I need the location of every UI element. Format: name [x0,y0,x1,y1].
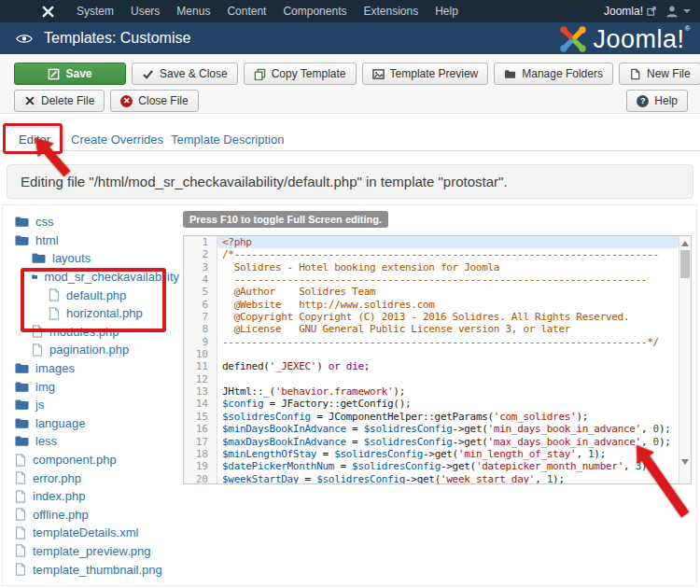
delete-file-button[interactable]: Delete File [14,90,105,112]
tree-item-modules-php[interactable]: modules.php [15,323,179,342]
code-line-16: $minDaysBookInAdvance = $solidresConfig-… [217,423,679,435]
tree-item-templatedetails-xml[interactable]: templateDetails.xml [15,524,179,542]
scroll-down-icon[interactable] [681,459,689,465]
joomla-wordmark: Joomla!® [594,24,691,54]
manage-folders-button[interactable]: Manage Folders [494,63,613,85]
x-icon [24,95,35,106]
folder-icon [15,234,29,246]
code-area[interactable]: <?php/*---------------------------------… [217,236,679,483]
code-line-10 [217,348,679,360]
folder-icon [15,381,29,393]
folder-icon [32,271,37,283]
scrollbar-thumb[interactable] [680,250,690,278]
tree-item-component-php[interactable]: component.php [15,451,179,469]
admin-menu: System Users Menus Content Components Ex… [68,0,467,22]
scroll-up-icon[interactable] [681,241,689,246]
tree-item-index-php[interactable]: index.php [15,487,179,506]
file-icon [15,490,26,503]
tree-item-html[interactable]: html [15,231,179,250]
tabbar: Editor Create Overrides Template Descrip… [0,127,700,151]
file-icon [15,454,26,467]
tree-item-mod-sr-checkavailability[interactable]: mod_sr_checkavailability [15,268,179,287]
code-line-13: JHtml::_('behavior.framework'); [217,385,679,398]
check-icon [142,68,154,80]
save-close-button[interactable]: Save & Close [132,63,238,85]
code-line-15: $solidresConfig = JComponentHelper::getP… [217,411,679,423]
user-menu[interactable] [665,5,691,18]
tree-item-error-php[interactable]: error.php [15,469,179,487]
code-line-1: <?php [217,236,679,248]
code-line-9: ----------------------------------------… [217,336,679,348]
file-icon [15,563,26,576]
editor-scrollbar[interactable] [679,236,691,483]
folder-icon [15,216,29,228]
tree-item-template-preview-png[interactable]: template_preview.png [15,542,179,561]
tree-item-offline-php[interactable]: offline.php [15,506,179,525]
toolbar: Save Save & Close Copy Template Template… [0,54,700,114]
folder-icon [15,435,29,447]
tree-item-default-php[interactable]: default.php [15,286,179,304]
file-tree: csshtmllayoutsmod_sr_checkavailabilityde… [15,213,179,579]
view-site-link[interactable]: Joomla! [604,5,656,18]
tree-item-less[interactable]: less [15,432,179,451]
copy-icon [254,68,266,80]
file-icon [49,288,60,301]
folder-icon [15,417,29,429]
tab-template-description[interactable]: Template Description [171,127,284,151]
copy-template-button[interactable]: Copy Template [244,63,357,85]
code-line-7: @Copyright Copyright (C) 2013 - 2016 Sol… [217,311,679,323]
tree-item-images[interactable]: images [15,359,179,378]
user-icon [665,5,679,18]
code-line-5: @Author Solidres Team [217,286,679,298]
tree-item-template-thumbnail-png[interactable]: template_thumbnail.png [15,560,179,579]
tree-item-language[interactable]: language [15,414,179,433]
eye-icon [16,33,33,45]
menu-menus[interactable]: Menus [168,0,218,22]
question-icon: ? [637,95,649,107]
file-icon [629,68,641,80]
save-button[interactable]: Save [14,63,126,85]
menu-system[interactable]: System [68,0,122,22]
tree-item-img[interactable]: img [15,377,179,396]
code-line-2: /*--------------------------------------… [217,248,679,260]
file-icon [15,471,26,484]
menu-content[interactable]: Content [218,0,274,22]
tree-item-pagination-php[interactable]: pagination.php [15,341,179,359]
tree-item-horizontal-php[interactable]: horizontal.php [15,304,179,323]
menu-help[interactable]: Help [427,0,467,22]
file-icon [15,508,26,521]
template-preview-button[interactable]: Template Preview [362,63,489,85]
menu-users[interactable]: Users [122,0,168,22]
line-number-gutter: 1234567891011121314151617181920 [184,236,217,483]
new-file-button[interactable]: New File [619,63,700,85]
code-line-20: $weekStartDay = $solidresConfig->get('we… [217,473,679,483]
code-editor[interactable]: 1234567891011121314151617181920 <?php/*-… [183,235,692,484]
menu-components[interactable]: Components [274,0,355,22]
code-line-18: $minLengthOfStay = $solidresConfig->get(… [217,448,679,460]
tab-editor[interactable]: Editor [5,127,64,151]
close-circle-icon: ✕ [120,95,133,107]
external-link-icon [647,7,656,16]
help-button[interactable]: ? Help [626,90,688,112]
tree-item-js[interactable]: js [15,396,179,414]
code-line-4: ----------------------------------------… [217,273,679,286]
chevron-down-icon [683,9,691,13]
close-file-button[interactable]: ✕ Close File [110,90,198,112]
file-icon [49,307,60,320]
image-icon [372,68,385,80]
code-line-8: @License GNU General Public License vers… [217,323,679,335]
file-icon [32,325,43,338]
tree-item-layouts[interactable]: layouts [15,249,179,268]
toolbar-row-2: Delete File ✕ Close File [14,90,199,112]
folder-icon [32,252,46,264]
code-line-6: @Website http://www.solidres.com [217,299,679,311]
folder-icon [15,399,29,411]
menu-extensions[interactable]: Extensions [355,0,427,22]
joomla-admin-page: System Users Menus Content Components Ex… [0,0,700,588]
code-line-19: $datePickerMonthNum = $solidresConfig->g… [217,460,679,472]
menubar-right: Joomla! [604,5,691,18]
tree-item-css[interactable]: css [15,213,179,231]
code-line-12 [217,373,679,385]
tab-create-overrides[interactable]: Create Overrides [71,127,163,151]
titlebar: Templates: Customise Joomla!® [0,22,700,54]
